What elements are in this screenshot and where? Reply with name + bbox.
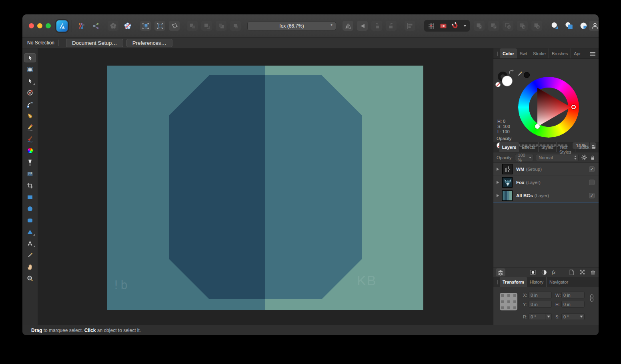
adjustment-icon[interactable]	[541, 269, 548, 276]
x-field[interactable]	[529, 292, 552, 298]
preferences-button[interactable]: Preferences…	[126, 39, 172, 47]
insert-on-top-button[interactable]	[578, 21, 589, 31]
dotted-grid-outline-button[interactable]	[154, 21, 165, 31]
snapping-button[interactable]	[450, 21, 461, 31]
designer-persona-button[interactable]	[56, 20, 68, 32]
canvas-pasteboard[interactable]: !b KB	[38, 48, 493, 325]
flower-crossed-badge-button[interactable]	[122, 21, 133, 31]
panel-menu-icon[interactable]	[590, 52, 595, 56]
text-tool[interactable]	[24, 239, 36, 248]
snapping-options-dropdown[interactable]	[462, 25, 468, 27]
tab-styles[interactable]: Styles	[538, 142, 556, 152]
layer-row-wm[interactable]: WM (Group) ✓	[493, 163, 599, 176]
gear-icon[interactable]	[581, 154, 587, 161]
flip-horizontal-button[interactable]	[343, 21, 353, 31]
dotted-grid-button[interactable]	[140, 21, 151, 31]
vector-crop-tool[interactable]	[24, 181, 36, 190]
layer-visibility-checkbox[interactable]: ✓	[589, 193, 595, 198]
saturation-triangle[interactable]	[518, 77, 579, 138]
layer-row-fox[interactable]: Fox (Layer)	[493, 176, 599, 189]
pixel-persona-button[interactable]	[76, 21, 87, 31]
tab-transform[interactable]: Transform	[500, 277, 527, 287]
tab-navigator[interactable]: Navigator	[546, 277, 571, 287]
trash-icon[interactable]	[590, 269, 596, 276]
vector-shape-crop-button[interactable]	[169, 21, 180, 31]
tab-color[interactable]: Color	[500, 48, 517, 58]
mask-icon[interactable]	[529, 269, 537, 276]
tab-history[interactable]: History	[527, 277, 546, 287]
zoom-window-button[interactable]	[46, 23, 51, 28]
hue-selector[interactable]	[571, 105, 576, 109]
tab-appearance[interactable]: Apr	[571, 48, 583, 58]
layers-opacity-dropdown[interactable]: 100 %	[515, 154, 533, 161]
checkerboard-icon[interactable]	[579, 269, 586, 276]
show-grid-button[interactable]	[426, 21, 437, 31]
h-field[interactable]	[561, 301, 585, 308]
link-dimensions-icon[interactable]	[590, 294, 593, 302]
fill-tool[interactable]	[24, 146, 36, 155]
place-image-tool[interactable]	[24, 169, 36, 178]
flip-vertical-button[interactable]	[357, 21, 368, 31]
colour-picker-tool[interactable]	[24, 250, 36, 260]
shear-dropdown-button[interactable]	[578, 314, 584, 320]
blend-mode-dropdown[interactable]: Normal	[536, 154, 578, 161]
layer-thumbnail-wm[interactable]	[502, 164, 513, 174]
artboard-tool[interactable]	[24, 65, 36, 74]
shear-dropdown[interactable]: 0 °	[561, 313, 585, 320]
ellipse-tool[interactable]	[24, 204, 36, 213]
new-page-icon[interactable]	[568, 269, 575, 276]
node-tool[interactable]	[24, 76, 36, 86]
panel-grip[interactable]	[496, 52, 498, 56]
triangle-tool[interactable]	[24, 227, 36, 236]
rounded-rectangle-tool[interactable]	[24, 216, 36, 225]
disclosure-triangle-icon[interactable]	[497, 194, 499, 197]
close-window-button[interactable]	[29, 23, 34, 28]
document-setup-button[interactable]: Document Setup…	[66, 39, 123, 47]
tab-swatches[interactable]: Swt	[517, 48, 530, 58]
layer-thumbnail-all-bgs[interactable]	[502, 190, 513, 201]
tab-stock[interactable]: Stock	[575, 142, 592, 152]
rectangle-tool[interactable]	[24, 192, 36, 202]
layer-row-all-bgs[interactable]: All BGs (Layer) ✓	[493, 189, 599, 202]
fill-swatch[interactable]	[502, 76, 513, 86]
layers-stack-button[interactable]	[496, 268, 505, 276]
zoom-tool[interactable]	[24, 274, 36, 283]
lock-icon[interactable]	[590, 154, 595, 161]
tab-layers[interactable]: Layers	[499, 142, 519, 152]
layer-visibility-checkbox[interactable]: ✓	[589, 166, 595, 172]
view-tool[interactable]	[24, 262, 36, 271]
account-button[interactable]	[589, 21, 599, 31]
w-field[interactable]	[561, 292, 585, 298]
y-field[interactable]	[529, 301, 552, 308]
insert-behind-button[interactable]	[549, 21, 560, 31]
document-canvas[interactable]: !b KB	[107, 66, 423, 310]
panel-grip[interactable]	[496, 280, 498, 284]
disclosure-triangle-icon[interactable]	[497, 181, 499, 184]
vector-brush-tool[interactable]	[24, 134, 36, 144]
tab-stroke[interactable]: Stroke	[530, 48, 549, 58]
export-persona-button[interactable]	[90, 21, 101, 31]
swap-colors-icon[interactable]	[509, 70, 514, 74]
shade-selector[interactable]	[535, 124, 540, 129]
hsl-color-wheel[interactable]	[518, 77, 579, 138]
minimize-window-button[interactable]	[37, 23, 42, 28]
fx-button[interactable]: fx	[552, 269, 555, 276]
rotation-dropdown[interactable]: 0 °	[529, 313, 552, 320]
octagon-shape[interactable]	[169, 75, 362, 299]
move-tool[interactable]	[24, 53, 36, 62]
pen-tool[interactable]	[24, 111, 36, 120]
insert-inside-button[interactable]	[564, 21, 575, 31]
tab-text-styles[interactable]: Text Styles	[556, 142, 575, 152]
layer-visibility-checkbox[interactable]	[589, 180, 595, 185]
layers-empty-area[interactable]	[493, 202, 599, 267]
tab-effects[interactable]: Effects	[519, 142, 538, 152]
pencil-tool[interactable]	[24, 123, 36, 132]
corner-tool[interactable]	[24, 100, 36, 109]
snapping-candidates-button[interactable]	[438, 21, 449, 31]
anchor-point-selector[interactable]	[500, 293, 517, 310]
disclosure-triangle-icon[interactable]	[497, 168, 499, 171]
rotation-dropdown-button[interactable]	[545, 314, 551, 320]
panel-menu-icon[interactable]	[592, 146, 595, 149]
point-transform-tool[interactable]	[24, 88, 36, 97]
transparency-tool[interactable]	[24, 158, 36, 167]
